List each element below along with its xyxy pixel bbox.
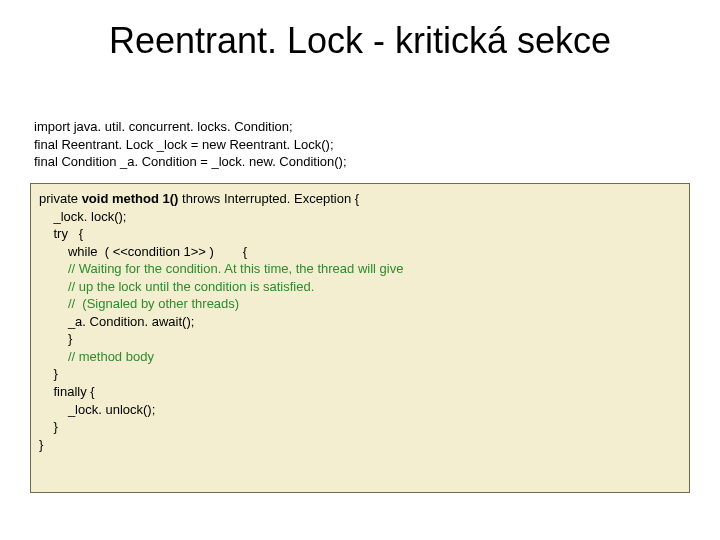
- code-line-1: private void method 1() throws Interrupt…: [39, 190, 681, 208]
- code-comment-4: // method body: [39, 348, 681, 366]
- code-line-4: while ( <<condition 1>> ) {: [39, 243, 681, 261]
- intro-code: import java. util. concurrent. locks. Co…: [34, 118, 347, 171]
- code-line-12: finally {: [39, 383, 681, 401]
- code-comment-1: // Waiting for the condition. At this ti…: [39, 260, 681, 278]
- intro-line-2: final Reentrant. Lock _lock = new Reentr…: [34, 136, 347, 154]
- code-text: private: [39, 191, 82, 206]
- intro-line-3: final Condition _a. Condition = _lock. n…: [34, 153, 347, 171]
- code-line-8: _a. Condition. await();: [39, 313, 681, 331]
- code-line-9: }: [39, 330, 681, 348]
- slide: Reentrant. Lock - kritická sekce import …: [0, 0, 720, 540]
- code-comment-2: // up the lock until the condition is sa…: [39, 278, 681, 296]
- code-line-3: try {: [39, 225, 681, 243]
- intro-line-1: import java. util. concurrent. locks. Co…: [34, 118, 347, 136]
- code-keyword: void method 1(): [82, 191, 179, 206]
- page-title: Reentrant. Lock - kritická sekce: [0, 20, 720, 62]
- code-text: throws Interrupted. Exception {: [178, 191, 359, 206]
- code-box: private void method 1() throws Interrupt…: [30, 183, 690, 493]
- code-line-11: }: [39, 365, 681, 383]
- code-line-15: }: [39, 436, 681, 454]
- code-line-14: }: [39, 418, 681, 436]
- code-line-13: _lock. unlock();: [39, 401, 681, 419]
- code-line-2: _lock. lock();: [39, 208, 681, 226]
- code-comment-3: // (Signaled by other threads): [39, 295, 681, 313]
